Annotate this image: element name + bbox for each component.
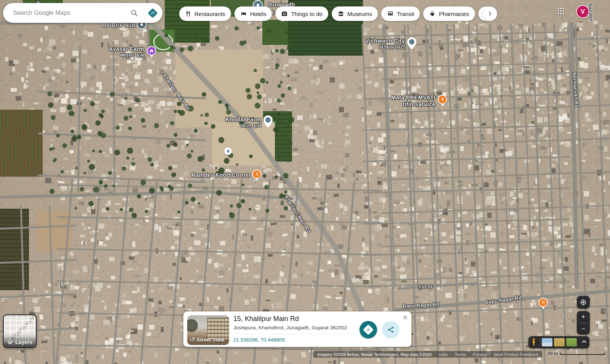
search-icon	[130, 9, 138, 17]
toolbar-collapse-button[interactable]	[581, 338, 588, 346]
search-input[interactable]	[12, 9, 126, 17]
imagery-thumb-sky[interactable]	[542, 338, 552, 346]
chip-restaurants[interactable]: Restaurants	[179, 6, 231, 21]
restaurant-icon	[541, 300, 546, 305]
place-card: ↺ Street View 15, Khalilpur Main Rd Josh…	[183, 311, 411, 347]
attribution-bar: Imagery ©2026 Airbus, Maxar Technologies…	[313, 351, 542, 358]
scale-label: 50 m	[548, 351, 558, 356]
directions-button[interactable]	[143, 10, 162, 17]
marker-vishwash-city[interactable]	[407, 37, 417, 51]
pin-icon	[226, 149, 230, 153]
search-button[interactable]	[126, 9, 143, 17]
pin-icon	[263, 115, 273, 128]
place-coordinates[interactable]: 21.538286, 70.446809	[233, 337, 285, 343]
street-view-label: Street View	[197, 337, 225, 343]
pegman-button[interactable]	[528, 338, 539, 346]
toolbar-divider	[540, 338, 540, 346]
layers-label: Layers	[15, 339, 32, 345]
layers-control[interactable]: Layers	[3, 315, 37, 348]
road-label-1st-st: 1st St	[419, 283, 433, 290]
marker-mata-premvati[interactable]	[438, 95, 447, 104]
marker-generic-place[interactable]	[224, 147, 232, 155]
apps-grid-icon	[557, 7, 565, 15]
share-icon	[387, 326, 395, 334]
poi-label-ramdev-food-corner[interactable]: Ramdev Food Corner	[191, 172, 251, 178]
chevron-up-icon	[581, 338, 588, 345]
marker-avasar-farm[interactable]	[147, 46, 156, 56]
museum-icon	[337, 10, 344, 17]
farm-icon	[149, 48, 154, 53]
card-share-button[interactable]	[382, 321, 400, 338]
poi-label-avasar-farm-sub: અવસર ફાર્મ	[109, 52, 144, 59]
attribution-link-terms[interactable]: Terms	[454, 352, 466, 357]
category-chips: Restaurants Hotels Things to do Museums …	[179, 6, 497, 21]
poi-label-mata-premvati[interactable]: Mata PREMVATI tifin sarvice	[391, 94, 435, 108]
place-title: 15, Khalilpur Main Rd	[233, 315, 299, 323]
chip-museums-label: Museums	[347, 11, 372, 17]
attribution-link-feedback[interactable]: Send Product Feedback	[493, 352, 538, 357]
pegman-icon	[531, 338, 536, 346]
place-address: Joshipura, Khamdhrol, Junagadh, Gujarat …	[233, 325, 347, 330]
thumbnail-tree	[187, 319, 198, 332]
street-view-icon: ↺	[189, 336, 196, 343]
zoom-out-button[interactable]: −	[577, 323, 590, 335]
chip-pharmacies[interactable]: Pharmacies	[423, 6, 475, 21]
marker-ramdev-food-corner[interactable]	[252, 169, 262, 179]
poi-label-avasar-farm[interactable]: Avasar Farm અવસર ફાર્મ	[109, 46, 144, 59]
restaurant-icon	[440, 97, 445, 102]
attribution-link-india[interactable]: India	[438, 352, 448, 357]
thumbnail-building	[207, 318, 229, 339]
hotels-icon	[240, 10, 247, 17]
camera-icon	[281, 10, 288, 17]
avatar-initial: V	[581, 8, 585, 15]
street-view-thumbnail[interactable]: ↺ Street View	[187, 315, 229, 345]
map-scale: 50 m	[548, 351, 605, 356]
transit-icon	[387, 10, 394, 17]
chip-things-to-do[interactable]: Things to do	[275, 6, 328, 21]
chip-things-to-do-label: Things to do	[291, 11, 323, 17]
street-view-caption: ↺ Street View	[190, 336, 224, 343]
layers-icon	[7, 339, 13, 345]
attribution-link-privacy[interactable]: Privacy	[473, 352, 486, 357]
map-canvas[interactable]: Rd Khalilpur Main Rd Khalilpur Main Rd 1…	[0, 0, 610, 364]
pin-icon	[407, 37, 417, 50]
card-directions-button[interactable]	[360, 321, 377, 338]
chip-museums[interactable]: Museums	[332, 6, 378, 21]
card-close-button[interactable]	[402, 315, 410, 322]
search-bar[interactable]	[3, 3, 162, 23]
my-location-icon	[580, 299, 587, 306]
poi-label-avasar-farm-text: Avasar Farm	[109, 46, 144, 52]
google-apps-button[interactable]	[557, 7, 565, 16]
poi-label-khodal-farm-text: Khodal Farm	[225, 116, 261, 123]
layers-caption: Layers	[7, 339, 32, 345]
map-trees-layer	[0, 0, 610, 364]
account-avatar[interactable]: V	[576, 5, 589, 18]
restaurant-icon	[255, 172, 259, 177]
imagery-thumb-terrain[interactable]	[554, 338, 565, 346]
poi-label-premvati-line1: Mata PREMVATI	[391, 94, 435, 101]
chips-scroll-right-button[interactable]	[483, 6, 497, 21]
marker-restaurant-bottom-right[interactable]	[538, 298, 548, 307]
my-location-button[interactable]	[577, 296, 590, 309]
imagery-thumb-green[interactable]	[566, 338, 577, 346]
restaurants-icon	[185, 11, 191, 17]
poi-label-khodal-farm[interactable]: Khodal Farm ખોડલ ફાર્મ	[225, 116, 261, 129]
poi-label-vishwash-city-text: Vishwash City	[365, 37, 405, 44]
poi-label-khodal-farm-sub: ખોડલ ફાર્મ	[225, 123, 261, 129]
poi-label-premvati-line2: tifin sarvice	[403, 101, 435, 107]
poi-label-vishwash-city[interactable]: Vishwash City વિશ્વાસ સિટી	[365, 37, 405, 50]
chip-restaurants-label: Restaurants	[194, 11, 225, 17]
pharmacy-icon	[429, 10, 436, 17]
chip-transit[interactable]: Transit	[381, 6, 420, 21]
marker-khodal-farm[interactable]	[263, 115, 273, 129]
card-divider	[233, 334, 355, 334]
chip-hotels[interactable]: Hotels	[234, 6, 272, 21]
poi-label-vishwash-city-sub: વિશ્વાસ સિટી	[365, 44, 405, 50]
scale-bar	[560, 353, 605, 355]
zoom-control: + −	[577, 311, 590, 335]
chevron-right-icon	[486, 10, 493, 17]
imagery-credit: Imagery ©2026 Airbus, Maxar Technologies…	[317, 352, 432, 357]
chip-pharmacies-label: Pharmacies	[439, 11, 469, 17]
imagery-toolbar	[528, 336, 589, 348]
zoom-in-button[interactable]: +	[577, 311, 590, 323]
